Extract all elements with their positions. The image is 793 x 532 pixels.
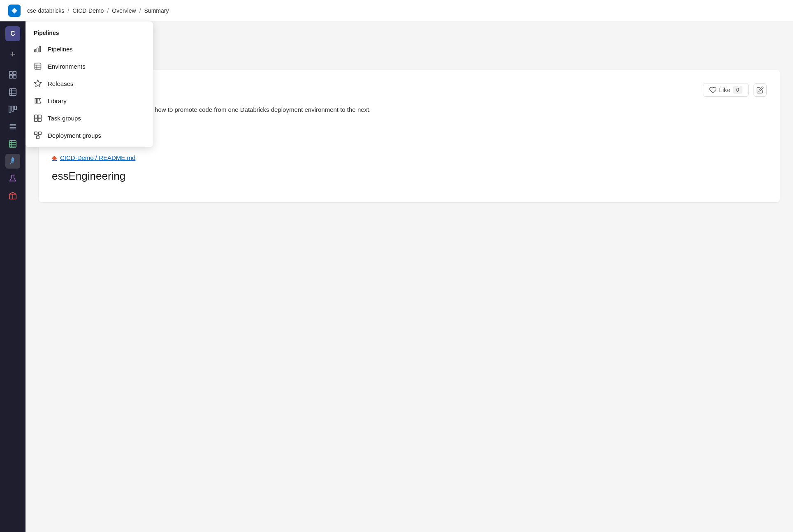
svg-rect-11 [15, 106, 17, 110]
languages-label: Languages [52, 123, 767, 130]
svg-rect-32 [35, 115, 38, 118]
dropdown-item-library[interactable]: Library [26, 92, 153, 109]
svg-rect-25 [35, 50, 36, 52]
sidebar-item-package[interactable] [5, 188, 20, 203]
dropdown-item-pipelines[interactable]: Pipelines [26, 40, 153, 58]
svg-rect-4 [13, 75, 16, 78]
about-description: This is a project used to demonstrate ho… [52, 105, 767, 115]
top-nav: cse-databricks / CICD-Demo / Overview / … [0, 0, 793, 21]
dropdown-label-task-groups: Task groups [48, 115, 81, 122]
dropdown-section-title: Pipelines [26, 28, 153, 40]
sidebar-item-table[interactable] [5, 85, 20, 99]
readme-icon: ◆ [52, 154, 57, 162]
sidebar: C + [0, 21, 26, 532]
svg-rect-37 [39, 132, 42, 135]
library-icon [34, 97, 42, 105]
releases-icon [34, 79, 42, 88]
sidebar-item-spreadsheet[interactable] [5, 136, 20, 151]
svg-rect-2 [13, 72, 16, 74]
dropdown-item-deployment-groups[interactable]: Deployment groups [26, 127, 153, 144]
sidebar-item-flask[interactable] [5, 171, 20, 186]
breadcrumb: cse-databricks / CICD-Demo / Overview / … [27, 7, 169, 14]
language-tags: XSLT CSS [52, 134, 767, 144]
sidebar-item-pipeline[interactable] [5, 154, 20, 169]
svg-rect-35 [38, 118, 42, 122]
dropdown-label-environments: Environments [48, 63, 86, 70]
breadcrumb-current: Summary [144, 7, 169, 14]
svg-rect-5 [9, 89, 16, 96]
svg-rect-27 [39, 46, 40, 52]
readme-link-text: CICD-Demo / README.md [60, 154, 135, 161]
breadcrumb-project[interactable]: CICD-Demo [72, 7, 104, 14]
dropdown-label-deployment-groups: Deployment groups [48, 132, 101, 139]
environments-icon [34, 62, 42, 70]
pipelines-icon [34, 45, 42, 53]
breadcrumb-org[interactable]: cse-databricks [27, 7, 64, 14]
breadcrumb-section[interactable]: Overview [112, 7, 136, 14]
svg-rect-26 [37, 48, 38, 52]
task-groups-icon [34, 114, 42, 122]
svg-rect-36 [35, 132, 37, 135]
like-button[interactable]: Like 0 [703, 83, 749, 97]
dropdown-label-releases: Releases [48, 80, 74, 87]
svg-rect-33 [38, 115, 42, 118]
sidebar-user-avatar[interactable]: C [5, 26, 20, 41]
app-logo [8, 5, 21, 17]
svg-rect-34 [35, 118, 38, 122]
heart-icon [709, 86, 716, 94]
like-label: Like [719, 86, 730, 93]
dropdown-item-releases[interactable]: Releases [26, 75, 153, 92]
svg-rect-9 [9, 106, 11, 113]
about-header: About this project Like 0 [52, 83, 767, 97]
svg-rect-28 [35, 63, 41, 69]
about-actions: Like 0 [703, 83, 767, 97]
like-count: 0 [733, 86, 742, 94]
sidebar-item-boards[interactable] [5, 67, 20, 82]
svg-rect-38 [37, 136, 39, 139]
pipelines-dropdown: Pipelines Pipelines Environments Release… [26, 21, 153, 147]
sidebar-add-button[interactable]: + [5, 47, 20, 62]
sidebar-item-list[interactable] [5, 119, 20, 134]
dropdown-label-pipelines: Pipelines [48, 46, 73, 53]
deployment-groups-icon [34, 131, 42, 139]
svg-rect-10 [12, 106, 14, 111]
readme-link[interactable]: ◆ CICD-Demo / README.md [52, 154, 767, 162]
dropdown-item-task-groups[interactable]: Task groups [26, 109, 153, 127]
edit-button[interactable] [754, 83, 767, 97]
pencil-icon [756, 86, 764, 94]
readme-heading: essEngineering [52, 170, 767, 183]
dropdown-label-library: Library [48, 97, 67, 104]
sidebar-item-kanban[interactable] [5, 102, 20, 117]
svg-rect-1 [9, 72, 12, 74]
dropdown-item-environments[interactable]: Environments [26, 58, 153, 75]
svg-rect-3 [9, 75, 12, 78]
